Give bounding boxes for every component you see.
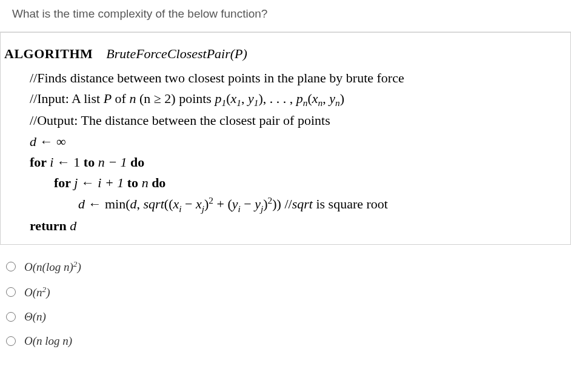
- algo-line-init: d ← ∞: [30, 131, 564, 152]
- algo-line-assign: d ← min(d, sqrt((xi − xj)2 + (yi − yj)2)…: [30, 193, 564, 216]
- option-2-label[interactable]: O(n2): [24, 285, 50, 299]
- algorithm-name: BruteForceClosestPair(P): [106, 46, 247, 61]
- answer-options: O(n(log n)2) O(n2) Θ(n) O(n log n): [0, 245, 571, 348]
- option-2-radio[interactable]: [6, 287, 16, 297]
- option-4-radio[interactable]: [6, 336, 16, 346]
- algorithm-box: ALGORITHM BruteForceClosestPair(P) //Fin…: [0, 32, 571, 245]
- option-1[interactable]: O(n(log n)2): [6, 259, 565, 274]
- algo-line-return: return d: [30, 216, 564, 236]
- algo-comment-2: //Input: A list P of n (n ≥ 2) points p1…: [30, 88, 564, 110]
- algorithm-body: //Finds distance between two closest poi…: [1, 68, 570, 236]
- algo-comment-1: //Finds distance between two closest poi…: [30, 68, 564, 88]
- option-2[interactable]: O(n2): [6, 285, 565, 299]
- option-1-radio[interactable]: [6, 262, 16, 271]
- algo-comment-3: //Output: The distance between the close…: [30, 110, 564, 131]
- question-text: What is the time complexity of the below…: [0, 0, 571, 32]
- algorithm-keyword: ALGORITHM: [4, 46, 93, 61]
- algorithm-title: ALGORITHM BruteForceClosestPair(P): [1, 44, 570, 64]
- option-4-label[interactable]: O(n log n): [24, 334, 72, 348]
- option-3[interactable]: Θ(n): [6, 310, 565, 324]
- option-4[interactable]: O(n log n): [6, 334, 565, 348]
- algo-line-for-i: for i ← 1 to n − 1 do: [30, 152, 564, 173]
- option-3-radio[interactable]: [6, 312, 16, 322]
- option-3-label[interactable]: Θ(n): [24, 310, 46, 324]
- option-1-label[interactable]: O(n(log n)2): [24, 259, 81, 274]
- algo-line-for-j: for j ← i + 1 to n do: [30, 173, 564, 193]
